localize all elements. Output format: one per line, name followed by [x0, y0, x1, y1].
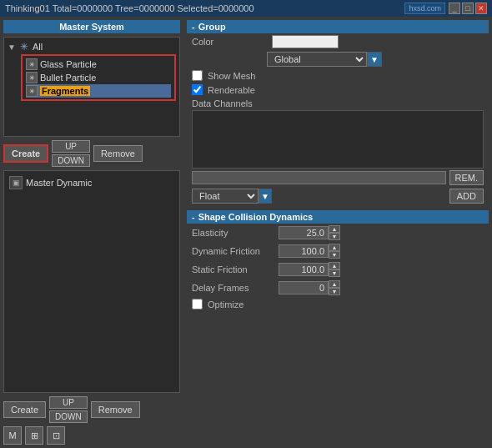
delay-frames-input[interactable] — [279, 281, 329, 294]
group-minus-icon[interactable]: - — [192, 22, 195, 32]
icon2-button[interactable]: ⊡ — [47, 426, 65, 445]
data-channels-box — [192, 110, 484, 169]
collision-section-header: - Shape Collision Dynamics — [187, 210, 489, 224]
master-system-header: Master System — [3, 20, 180, 33]
dynamic-friction-up-arrow[interactable]: ▲ — [329, 244, 340, 251]
up-bottom-button[interactable]: UP — [49, 396, 88, 409]
minimize-button[interactable]: _ — [449, 3, 460, 14]
delay-frames-up-arrow[interactable]: ▲ — [329, 280, 340, 288]
global-dropdown-wrapper: Global Local Custom ▼ — [187, 50, 489, 68]
titlebar-text: Thinking01 Total=0000000 Tree=0000000 Se… — [5, 3, 401, 13]
icon1-button[interactable]: ⊞ — [25, 426, 43, 445]
bottom-btn-row: Create UP DOWN Remove — [3, 396, 180, 423]
renderable-row: Renderable — [187, 83, 489, 97]
show-mesh-label: Show Mesh — [208, 71, 255, 81]
updown-bottom: UP DOWN — [49, 396, 88, 423]
add-button[interactable]: ADD — [449, 189, 484, 204]
global-dropdown-arrow[interactable]: ▼ — [367, 52, 382, 67]
static-friction-up-arrow[interactable]: ▲ — [329, 262, 340, 269]
group-section-title: Group — [198, 22, 226, 32]
titlebar: Thinking01 Total=0000000 Tree=0000000 Se… — [0, 0, 492, 17]
tree-item-fragments[interactable]: ✳ Fragments — [26, 84, 171, 98]
show-mesh-row: Show Mesh — [187, 68, 489, 83]
color-row: Color — [187, 33, 489, 50]
tree-all-label: All — [33, 42, 43, 52]
create-top-button[interactable]: Create — [3, 144, 48, 163]
elasticity-input[interactable] — [279, 226, 329, 239]
collision-minus-icon[interactable]: - — [192, 212, 195, 222]
down-top-button[interactable]: DOWN — [52, 154, 90, 167]
optimize-checkbox[interactable] — [192, 299, 203, 310]
all-snowflake-icon: ✳ — [18, 41, 30, 53]
rem-button[interactable]: REM. — [449, 170, 484, 185]
show-mesh-checkbox[interactable] — [192, 70, 203, 81]
right-panel: - Group Color Global Local Custom ▼ — [183, 17, 492, 448]
up-top-button[interactable]: UP — [52, 140, 90, 153]
m-button[interactable]: M — [3, 426, 22, 445]
float-select-wrapper: Float Integer Vector Color ▼ — [192, 189, 446, 204]
delay-frames-arrows: ▲ ▼ — [329, 280, 340, 295]
down-bottom-button[interactable]: DOWN — [49, 410, 88, 423]
tree-item-glass[interactable]: ✳ Glass Particle — [26, 58, 171, 71]
tree-item-bullet[interactable]: ✳ Bullet Particle — [26, 71, 171, 84]
static-friction-label: Static Friction — [192, 264, 275, 274]
group-section: - Group Color Global Local Custom ▼ — [187, 20, 489, 205]
bottom-controls: M ⊞ ⊡ — [3, 426, 180, 445]
static-friction-spinbox: ▲ ▼ — [279, 262, 484, 277]
dynamic-friction-input[interactable] — [279, 244, 329, 258]
optimize-label: Optimize — [208, 300, 243, 310]
main-layout: Master System ▼ ✳ All ✳ Glass Particle ✳… — [0, 17, 492, 448]
create-bottom-button[interactable]: Create — [3, 401, 46, 418]
color-input[interactable] — [272, 35, 339, 48]
delay-frames-label: Delay Frames — [192, 283, 275, 293]
renderable-checkbox[interactable] — [192, 84, 203, 95]
tree-expand-icon: ▼ — [8, 43, 16, 52]
delay-frames-down-arrow[interactable]: ▼ — [329, 288, 340, 295]
elasticity-down-arrow[interactable]: ▼ — [329, 233, 340, 240]
close-button[interactable]: ✕ — [475, 3, 487, 14]
elasticity-row: Elasticity ▲ ▼ — [187, 224, 489, 242]
glass-particle-label: Glass Particle — [40, 59, 97, 69]
remove-bottom-button[interactable]: Remove — [91, 401, 140, 418]
maximize-button[interactable]: □ — [462, 3, 474, 14]
list-panel[interactable]: ▣ Master Dynamic — [3, 170, 180, 393]
bullet-particle-icon: ✳ — [26, 72, 38, 83]
global-dropdown[interactable]: Global Local Custom — [267, 52, 367, 67]
dynamic-friction-arrows: ▲ ▼ — [329, 244, 340, 259]
tree-all-row: ▼ ✳ All — [8, 41, 176, 53]
updown-top: UP DOWN — [52, 140, 90, 167]
glass-particle-icon: ✳ — [26, 58, 38, 70]
elasticity-spinbox: ▲ ▼ — [279, 225, 484, 240]
renderable-label: Renderable — [208, 85, 255, 95]
remove-top-button[interactable]: Remove — [93, 145, 143, 162]
tree-group-box: ✳ Glass Particle ✳ Bullet Particle ✳ Fra… — [21, 54, 176, 101]
delay-frames-row: Delay Frames ▲ ▼ — [187, 279, 489, 297]
collision-section-title: Shape Collision Dynamics — [198, 212, 314, 222]
dynamic-friction-spinbox: ▲ ▼ — [279, 244, 484, 259]
elasticity-up-arrow[interactable]: ▲ — [329, 225, 340, 233]
elasticity-arrows: ▲ ▼ — [329, 225, 340, 240]
titlebar-logo: hxsd.com — [404, 3, 445, 14]
rem-input[interactable] — [192, 171, 446, 184]
static-friction-row: Static Friction ▲ ▼ — [187, 260, 489, 279]
float-dropdown[interactable]: Float Integer Vector Color — [192, 189, 259, 204]
rem-row: REM. — [187, 169, 489, 187]
elasticity-label: Elasticity — [192, 228, 275, 238]
list-item-master-dynamic[interactable]: ▣ Master Dynamic — [8, 174, 176, 191]
delay-frames-spinbox: ▲ ▼ — [279, 280, 484, 295]
master-dynamic-label: Master Dynamic — [26, 178, 92, 188]
left-panel: Master System ▼ ✳ All ✳ Glass Particle ✳… — [0, 17, 183, 448]
float-add-row: Float Integer Vector Color ▼ ADD — [187, 187, 489, 205]
static-friction-arrows: ▲ ▼ — [329, 262, 340, 277]
dynamic-friction-label: Dynamic Friction — [192, 246, 275, 256]
tree-panel: ▼ ✳ All ✳ Glass Particle ✳ Bullet Partic… — [3, 37, 180, 137]
master-dynamic-icon: ▣ — [9, 176, 23, 189]
color-label: Color — [192, 37, 267, 47]
float-dropdown-arrow[interactable]: ▼ — [259, 189, 272, 204]
static-friction-down-arrow[interactable]: ▼ — [329, 269, 340, 277]
bullet-particle-label: Bullet Particle — [40, 73, 96, 83]
dynamic-friction-down-arrow[interactable]: ▼ — [329, 251, 340, 259]
static-friction-input[interactable] — [279, 263, 329, 276]
fragments-icon: ✳ — [26, 85, 38, 97]
dynamic-friction-row: Dynamic Friction ▲ ▼ — [187, 242, 489, 260]
